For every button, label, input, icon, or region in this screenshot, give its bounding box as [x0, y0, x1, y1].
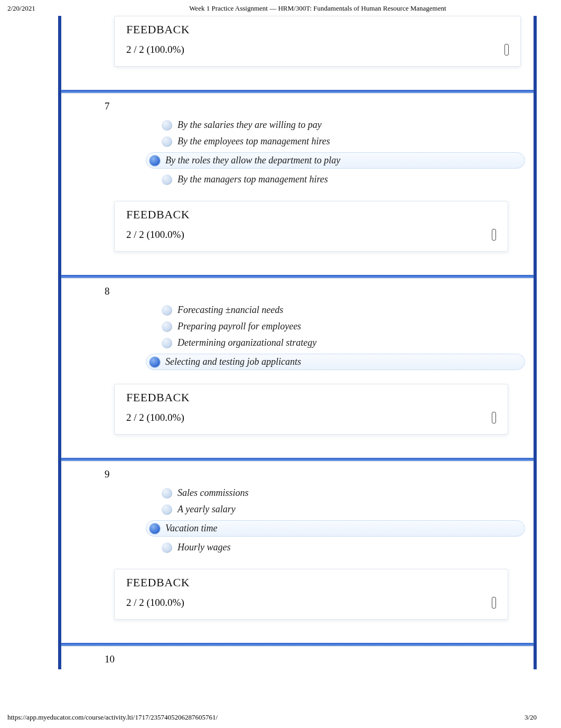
radio-icon-selected[interactable] [149, 155, 160, 166]
feedback-title: FEEDBACK [126, 23, 509, 36]
radio-icon[interactable] [162, 321, 172, 332]
expand-icon[interactable] [492, 229, 496, 241]
option-row[interactable]: Preparing payroll for employees [162, 321, 521, 332]
content-outer: FEEDBACK 2 / 2 (100.0%) 7 By the salarie… [58, 16, 537, 669]
print-title: Week 1 Practice Assignment — HRM/300T: F… [35, 4, 537, 13]
option-row[interactable]: By the managers top management hires [162, 174, 521, 185]
option-text: Preparing payroll for employees [177, 321, 521, 332]
option-text: By the salaries they are willing to pay [177, 119, 521, 131]
footer-page: 3/20 [525, 713, 537, 722]
option-text: Vacation time [165, 523, 520, 534]
radio-icon[interactable] [162, 338, 172, 348]
feedback-title: FEEDBACK [126, 391, 496, 404]
option-row[interactable]: A yearly salary [162, 504, 521, 515]
expand-icon[interactable] [504, 44, 509, 56]
option-row[interactable]: Determining organizational strategy [162, 337, 521, 348]
question-block-9: 9 Sales commissions A yearly salary Vaca… [61, 461, 534, 620]
feedback-card: FEEDBACK 2 / 2 (100.0%) [114, 569, 508, 620]
radio-icon[interactable] [162, 136, 172, 147]
feedback-score: 2 / 2 (100.0%) [126, 597, 496, 609]
option-text: By the roles they allow the department t… [165, 155, 520, 166]
feedback-card: FEEDBACK 2 / 2 (100.0%) [114, 384, 508, 435]
radio-icon[interactable] [162, 542, 172, 553]
option-text: Sales commissions [177, 487, 521, 499]
feedback-card: FEEDBACK 2 / 2 (100.0%) [114, 16, 521, 67]
radio-icon[interactable] [162, 488, 172, 499]
question-block-10: 10 [61, 646, 534, 669]
option-row-selected[interactable]: Selecting and testing job applicants [146, 354, 525, 370]
footer-url: https://app.myeducator.com/course/activi… [7, 713, 218, 722]
expand-icon[interactable] [492, 597, 496, 609]
question-number: 10 [61, 650, 521, 665]
radio-icon[interactable] [162, 305, 172, 316]
expand-icon[interactable] [492, 412, 496, 423]
option-text: Forecasting ±nancial needs [177, 305, 521, 316]
question-block-8: 8 Forecasting ±nancial needs Preparing p… [61, 278, 534, 435]
option-row[interactable]: By the salaries they are willing to pay [162, 119, 521, 131]
question-block-7: 7 By the salaries they are willing to pa… [61, 93, 534, 252]
option-row[interactable]: By the employees top management hires [162, 136, 521, 147]
page-root: 2/20/2021 Week 1 Practice Assignment — H… [0, 0, 561, 728]
option-text: A yearly salary [177, 504, 521, 515]
feedback-score: 2 / 2 (100.0%) [126, 44, 509, 56]
option-text: Hourly wages [177, 542, 521, 553]
radio-icon[interactable] [162, 120, 172, 131]
radio-icon[interactable] [162, 504, 172, 515]
radio-icon-selected[interactable] [149, 523, 160, 534]
option-text: Determining organizational strategy [177, 337, 521, 348]
feedback-title: FEEDBACK [126, 576, 496, 589]
option-row[interactable]: Forecasting ±nancial needs [162, 305, 521, 316]
print-footer: https://app.myeducator.com/course/activi… [0, 713, 561, 722]
feedback-score: 2 / 2 (100.0%) [126, 412, 496, 423]
question-number: 9 [61, 465, 521, 480]
options-list: Forecasting ±nancial needs Preparing pay… [61, 297, 521, 384]
content-inner: FEEDBACK 2 / 2 (100.0%) 7 By the salarie… [61, 16, 534, 669]
options-list: By the salaries they are willing to pay … [61, 112, 521, 201]
option-text: By the managers top management hires [177, 174, 521, 185]
option-text: Selecting and testing job applicants [165, 356, 520, 367]
print-header: 2/20/2021 Week 1 Practice Assignment — H… [0, 0, 561, 16]
option-row[interactable]: Sales commissions [162, 487, 521, 499]
radio-icon[interactable] [162, 174, 172, 185]
feedback-card: FEEDBACK 2 / 2 (100.0%) [114, 201, 508, 252]
question-number: 7 [61, 97, 521, 112]
print-date: 2/20/2021 [7, 4, 35, 13]
question-number: 8 [61, 282, 521, 297]
feedback-score: 2 / 2 (100.0%) [126, 229, 496, 241]
option-row-selected[interactable]: Vacation time [146, 520, 525, 537]
option-row-selected[interactable]: By the roles they allow the department t… [146, 152, 525, 169]
radio-icon-selected[interactable] [149, 357, 160, 367]
option-text: By the employees top management hires [177, 136, 521, 147]
option-row[interactable]: Hourly wages [162, 542, 521, 553]
feedback-title: FEEDBACK [126, 208, 496, 222]
options-list: Sales commissions A yearly salary Vacati… [61, 480, 521, 569]
